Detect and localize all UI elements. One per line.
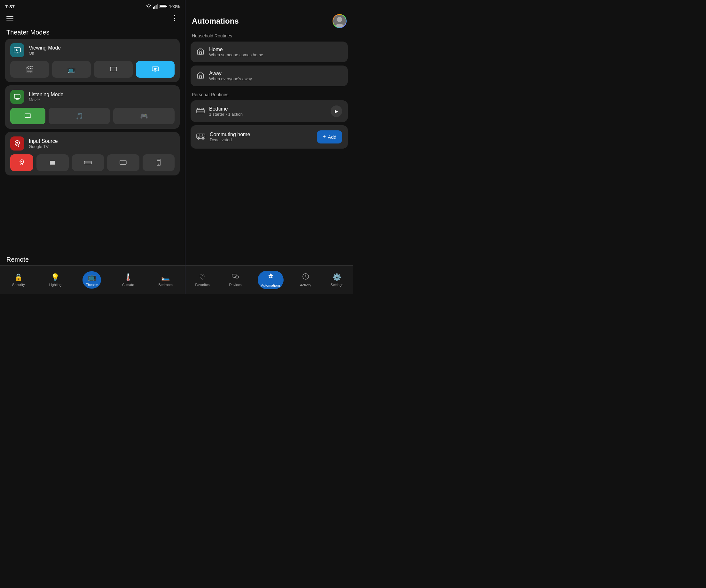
svg-rect-45 (198, 108, 200, 110)
nav-label-settings: Settings (330, 283, 343, 287)
away-routine-icon (196, 71, 205, 81)
svg-point-27 (17, 142, 18, 143)
svg-rect-39 (199, 52, 202, 54)
svg-rect-24 (25, 114, 31, 118)
viewing-mode-header: Viewing Mode Off (10, 43, 174, 57)
nav-label-security: Security (12, 283, 25, 287)
commuting-routine-name: Commuting home (210, 132, 250, 137)
svg-rect-20 (14, 94, 20, 98)
svg-rect-6 (166, 6, 167, 7)
nav-label-activity: Activity (300, 283, 311, 287)
svg-rect-3 (155, 5, 156, 9)
home-routine-card[interactable]: Home When someone comes home (191, 42, 348, 62)
input-btn-4[interactable] (107, 154, 140, 171)
bedtime-play-button[interactable]: ▶ (330, 106, 342, 117)
nav-label-favorites: Favorites (195, 283, 209, 287)
viewing-btn-3[interactable] (94, 61, 133, 78)
commuting-routine-icon (196, 132, 205, 142)
nav-label-devices: Devices (229, 283, 241, 287)
user-avatar[interactable] (332, 14, 347, 28)
left-panel: 7:37 100% (0, 0, 186, 294)
add-label: Add (328, 134, 337, 140)
input-source-card: Input Source Google TV (5, 132, 180, 175)
bedtime-routine-card[interactable]: Bedtime 1 starter • 1 action ▶ (191, 100, 348, 122)
more-options-button[interactable]: ⋮ (171, 14, 179, 23)
away-routine-name: Away (209, 71, 252, 76)
security-icon: 🔒 (14, 273, 23, 282)
nav-item-activity[interactable]: Activity (297, 271, 314, 289)
input-btn-1-active[interactable] (10, 154, 33, 171)
nav-item-bedroom[interactable]: 🛏️ Bedroom (155, 271, 176, 289)
svg-rect-30 (85, 162, 91, 163)
bedtime-routine-icon (196, 107, 205, 116)
viewing-btn-1[interactable]: 🎬 (10, 61, 49, 78)
bedtime-routine-name: Bedtime (209, 106, 243, 112)
commuting-routine-card[interactable]: Commuting home Deactivated + Add (191, 125, 348, 149)
battery-icon (160, 4, 167, 9)
listening-btn-2[interactable]: 🎵 (49, 108, 110, 124)
lighting-icon: 💡 (51, 273, 60, 282)
away-routine-card[interactable]: Away When everyone's away (191, 66, 348, 86)
status-bar-left: 7:37 100% (0, 0, 185, 11)
nav-label-theater: Theater (86, 283, 98, 287)
nav-item-automations[interactable]: Automations (258, 271, 284, 289)
listening-btn-3[interactable]: 🎮 (113, 108, 174, 124)
svg-rect-7 (160, 5, 166, 7)
nav-item-settings[interactable]: ⚙️ Settings (327, 271, 347, 289)
nav-item-lighting[interactable]: 💡 Lighting (46, 271, 65, 289)
svg-point-40 (200, 49, 201, 51)
avatar-image (333, 15, 346, 28)
remote-section-title: Remote (0, 253, 185, 265)
svg-point-28 (22, 161, 23, 162)
listening-mode-buttons: 🎵 🎮 (10, 108, 174, 124)
home-routine-name: Home (209, 47, 263, 52)
viewing-mode-card: Viewing Mode Off 🎬 📺 (5, 39, 180, 82)
listening-mode-sub: Movie (29, 97, 64, 102)
viewing-mode-name: Viewing Mode (29, 45, 61, 51)
input-source-buttons (10, 154, 174, 171)
input-source-sub: Google TV (29, 144, 58, 149)
nav-item-climate[interactable]: 🌡️ Climate (119, 271, 137, 289)
add-icon: + (323, 134, 326, 140)
climate-icon: 🌡️ (124, 273, 132, 282)
add-routine-button[interactable]: + Add (317, 130, 342, 143)
commuting-routine-info: Commuting home Deactivated (210, 132, 250, 142)
bottom-nav-right: ♡ Favorites Devices (186, 265, 353, 294)
listening-btn-1-active[interactable] (10, 108, 45, 124)
svg-rect-2 (154, 6, 155, 9)
top-bar-left: ⋮ (0, 11, 185, 25)
commuting-routine-sub: Deactivated (210, 137, 250, 142)
home-routine-info: Home When someone comes home (209, 47, 263, 57)
nav-label-climate: Climate (122, 283, 134, 287)
viewing-mode-sub: Off (29, 51, 61, 55)
top-bar-right: Automations (186, 11, 353, 31)
nav-item-theater[interactable]: 📺 Theater (82, 271, 101, 289)
input-btn-3[interactable] (72, 154, 104, 171)
listening-mode-info: Listening Mode Movie (29, 92, 64, 102)
nav-label-bedroom: Bedroom (158, 283, 173, 287)
menu-button[interactable] (6, 16, 13, 20)
nav-label-lighting: Lighting (49, 283, 62, 287)
svg-rect-41 (199, 76, 202, 78)
listening-mode-name: Listening Mode (29, 92, 64, 97)
nav-item-favorites[interactable]: ♡ Favorites (192, 271, 212, 289)
personal-routines-title: Personal Routines (191, 89, 348, 100)
away-routine-info: Away When everyone's away (209, 71, 252, 81)
input-btn-5[interactable] (143, 154, 175, 171)
automations-title: Automations (192, 16, 239, 26)
viewing-mode-buttons: 🎬 📺 (10, 61, 174, 78)
nav-label-automations: Automations (261, 284, 280, 287)
input-btn-2[interactable] (36, 154, 69, 171)
svg-point-0 (148, 8, 149, 8)
listening-mode-header: Listening Mode Movie (10, 90, 174, 104)
nav-item-devices[interactable]: Devices (226, 271, 245, 289)
settings-icon: ⚙️ (332, 273, 341, 282)
viewing-btn-4-active[interactable] (136, 61, 174, 78)
nav-item-security[interactable]: 🔒 Security (9, 271, 28, 289)
viewing-btn-2[interactable]: 📺 (52, 61, 91, 78)
viewing-mode-icon (10, 43, 24, 57)
left-content: Viewing Mode Off 🎬 📺 (0, 39, 185, 253)
svg-rect-1 (153, 7, 154, 9)
svg-rect-13 (110, 67, 117, 71)
input-source-header: Input Source Google TV (10, 136, 174, 151)
